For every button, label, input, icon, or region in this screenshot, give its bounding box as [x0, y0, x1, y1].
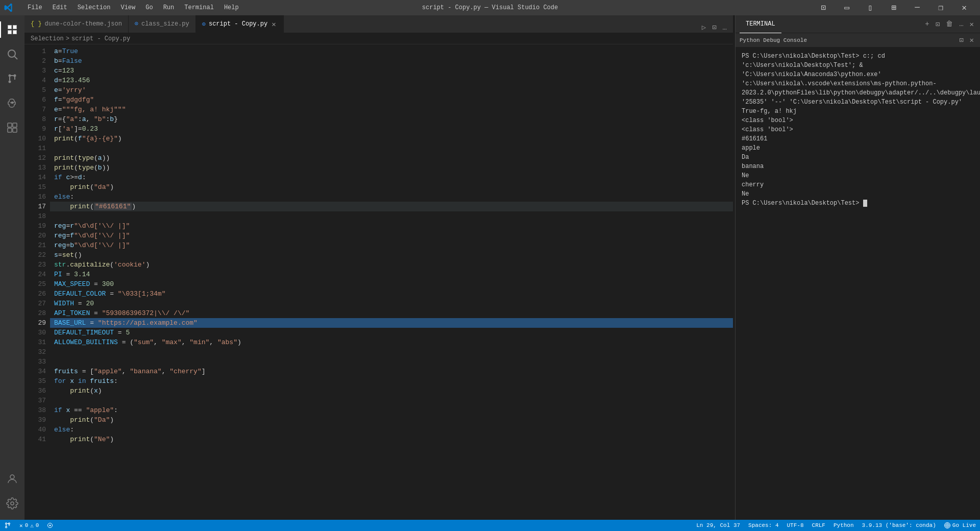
svg-point-11 [10, 475, 14, 479]
terminal-line-11: Ne [742, 189, 974, 199]
code-line-37 [50, 396, 733, 405]
json-file-icon: { } [31, 20, 42, 28]
terminal-line-3: <class 'bool'> [742, 116, 974, 125]
tab-class-size-label: class_size.py [141, 20, 189, 28]
activity-extensions[interactable] [0, 115, 24, 140]
svg-rect-8 [13, 123, 17, 127]
status-errors[interactable]: ✕ 0 ⚠ 0 [15, 520, 43, 531]
activity-account[interactable] [0, 467, 24, 491]
status-right: Ln 29, Col 37 Spaces: 4 UTF-8 CRLF Pytho… [692, 522, 980, 528]
tab-bar-actions: ▷ ⊡ … [700, 22, 733, 33]
panel-split-button[interactable]: ⊡ [934, 19, 942, 30]
restore-button[interactable]: ❐ [929, 0, 952, 15]
more-actions-button[interactable]: … [721, 22, 729, 33]
layout-icon[interactable]: ⊡ [812, 0, 835, 15]
code-line-18 [50, 211, 733, 221]
code-line-4: d=123.456 [50, 76, 733, 85]
tab-json[interactable]: { } dune-color-theme.json [24, 15, 129, 33]
code-line-39: print("Da") [50, 415, 733, 425]
ln-1: 1 [24, 46, 46, 56]
code-line-35: for x in fruits: [50, 376, 733, 386]
ln-33: 33 [24, 357, 46, 367]
terminal-panel: TERMINAL + ⊡ 🗑 … ✕ Python Debug Console … [735, 15, 980, 520]
grid-layout-icon[interactable]: ⊞ [882, 0, 905, 15]
panel-add-button[interactable]: + [923, 19, 931, 29]
status-line-ending[interactable]: CRLF [808, 522, 829, 528]
activity-settings[interactable] [0, 491, 24, 516]
main-layout: { } dune-color-theme.json ⊙ class_size.p… [0, 15, 980, 520]
menu-go[interactable]: Go [141, 3, 157, 12]
menu-view[interactable]: View [116, 3, 139, 12]
menu-terminal[interactable]: Terminal [180, 3, 218, 12]
status-git[interactable] [0, 520, 15, 531]
status-python-version[interactable]: 3.9.13 ('base': conda) [858, 522, 940, 528]
panel-trash-button[interactable]: 🗑 [944, 19, 955, 29]
close-button[interactable]: ✕ [952, 0, 976, 15]
minimize-button[interactable]: ─ [905, 0, 929, 15]
ln-13: 13 [24, 163, 46, 173]
panel-more-button[interactable]: … [957, 19, 965, 29]
activity-bar [0, 15, 24, 520]
code-line-32 [50, 347, 733, 357]
run-button[interactable]: ▷ [700, 22, 708, 33]
terminal-maximize-button[interactable]: ⊡ [957, 35, 965, 45]
breadcrumb-sep-1: > [66, 35, 69, 42]
ln-40: 40 [24, 425, 46, 435]
terminal-line-6: apple [742, 143, 974, 153]
code-line-40: else: [50, 425, 733, 435]
status-remote[interactable] [43, 520, 57, 531]
breadcrumb-selection[interactable]: Selection [31, 35, 64, 42]
svg-point-13 [6, 526, 7, 528]
menu-edit[interactable]: Edit [48, 3, 71, 12]
menu-run[interactable]: Run [159, 3, 179, 12]
activity-search[interactable] [0, 42, 24, 66]
status-cursor[interactable]: Ln 29, Col 37 [692, 522, 744, 528]
sidebar-layout-icon[interactable]: ▯ [859, 0, 882, 15]
ln-9: 9 [24, 124, 46, 134]
terminal-kill-button[interactable]: ✕ [968, 35, 976, 45]
activity-explorer[interactable] [0, 17, 24, 42]
terminal-header: Python Debug Console ⊡ ✕ [736, 33, 980, 47]
ln-8: 8 [24, 114, 46, 124]
line-numbers: 1 2 3 4 5 6 7 8 9 10 11 12 13 14 15 16 1… [24, 44, 50, 520]
tab-close-button[interactable]: ✕ [271, 19, 277, 29]
ln-28: 28 [24, 308, 46, 318]
activity-source-control[interactable] [0, 66, 24, 91]
terminal-content[interactable]: PS C:\Users\nikola\Desktop\Test> c:; cd … [736, 47, 980, 520]
svg-rect-10 [13, 128, 17, 132]
svg-point-19 [945, 524, 949, 527]
ln-11: 11 [24, 143, 46, 153]
status-language[interactable]: Python [829, 522, 858, 528]
ln-16: 16 [24, 192, 46, 202]
ln-2: 2 [24, 56, 46, 66]
terminal-line-prompt: PS C:\Users\nikola\Desktop\Test> [742, 199, 974, 208]
code-line-25: MAX_SPEED = 300 [50, 279, 733, 289]
code-line-23: str.capitalize('cookie') [50, 260, 733, 270]
panel-close-button[interactable]: ✕ [968, 19, 976, 30]
tab-script-copy[interactable]: ⊙ script - Copy.py ✕ [196, 15, 284, 33]
code-editor[interactable]: a=True b=False c=123 d=123.456 e='yrry' … [50, 44, 733, 520]
menu-selection[interactable]: Selection [74, 3, 115, 12]
ln-6: 6 [24, 95, 46, 105]
ln-23: 23 [24, 260, 46, 270]
tab-class-size[interactable]: ⊙ class_size.py [129, 15, 196, 33]
panel-layout-icon[interactable]: ▭ [835, 0, 859, 15]
code-line-9: r['a']=0.23 [50, 124, 733, 134]
code-line-34: fruits = ["apple", "banana", "cherry"] [50, 367, 733, 376]
svg-rect-9 [8, 128, 12, 132]
code-line-3: c=123 [50, 66, 733, 76]
activity-run-debug[interactable] [0, 91, 24, 115]
menu-file[interactable]: File [23, 3, 46, 12]
status-spaces[interactable]: Spaces: 4 [744, 522, 782, 528]
menu-help[interactable]: Help [220, 3, 243, 12]
split-editor-button[interactable]: ⊡ [710, 22, 718, 33]
panel-tab-terminal[interactable]: TERMINAL [740, 15, 781, 33]
warning-icon: ⚠ [30, 522, 34, 529]
ln-17: 17 [24, 202, 46, 211]
breadcrumb-file[interactable]: script - Copy.py [71, 35, 130, 42]
status-go-live[interactable]: Go Live [940, 522, 980, 528]
editor-content: 1 2 3 4 5 6 7 8 9 10 11 12 13 14 15 16 1… [24, 44, 733, 520]
py-file-icon-1: ⊙ [135, 20, 138, 28]
panel-tab-actions: + ⊡ 🗑 … ✕ [923, 19, 976, 30]
status-encoding[interactable]: UTF-8 [783, 522, 808, 528]
